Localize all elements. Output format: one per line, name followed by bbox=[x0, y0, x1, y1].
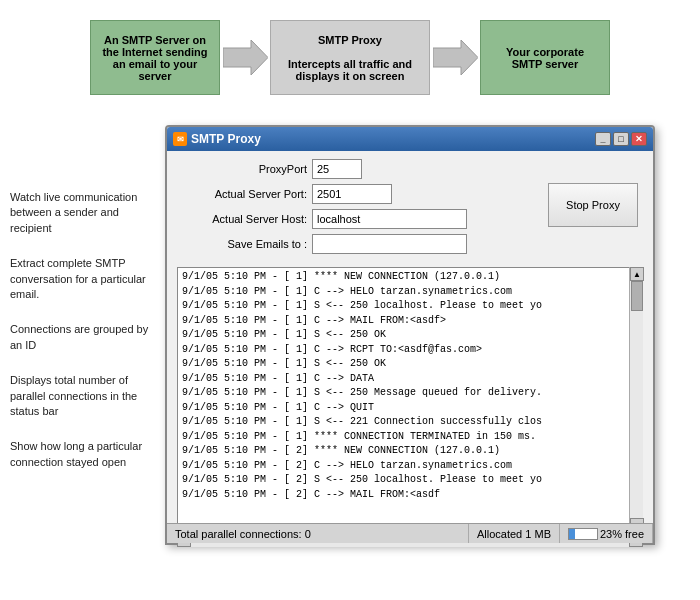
sidebar-item-4: Displays total number of parallel connec… bbox=[10, 373, 160, 419]
log-content: 9/1/05 5:10 PM - [ 1] **** NEW CONNECTIO… bbox=[178, 268, 546, 519]
diagram-box-2: SMTP Proxy Intercepts all traffic and di… bbox=[270, 20, 430, 95]
diagram-box-1: An SMTP Server on the Internet sending a… bbox=[90, 20, 220, 95]
actual-server-port-input[interactable] bbox=[312, 184, 392, 204]
log-line: 9/1/05 5:10 PM - [ 1] S <-- 250 localhos… bbox=[182, 299, 542, 314]
actual-server-host-input[interactable] bbox=[312, 209, 467, 229]
arrow-2 bbox=[430, 38, 480, 78]
sidebar: Watch live communication between a sende… bbox=[10, 190, 160, 490]
save-emails-label: Save Emails to : bbox=[177, 238, 307, 250]
maximize-button[interactable]: □ bbox=[613, 132, 629, 146]
title-bar: ✉ SMTP Proxy _ □ ✕ bbox=[167, 127, 653, 151]
log-container: 9/1/05 5:10 PM - [ 1] **** NEW CONNECTIO… bbox=[177, 267, 643, 532]
actual-server-host-label: Actual Server Host: bbox=[177, 213, 307, 225]
status-bar: Total parallel connections: 0 Allocated … bbox=[167, 523, 653, 543]
log-wrapper: 9/1/05 5:10 PM - [ 1] **** NEW CONNECTIO… bbox=[177, 267, 643, 532]
free-status: 23% free bbox=[560, 524, 653, 543]
stop-proxy-button[interactable]: Stop Proxy bbox=[548, 183, 638, 227]
log-line: 9/1/05 5:10 PM - [ 1] **** NEW CONNECTIO… bbox=[182, 270, 542, 285]
save-emails-row: Save Emails to : bbox=[177, 234, 643, 254]
actual-server-port-label: Actual Server Port: bbox=[177, 188, 307, 200]
close-button[interactable]: ✕ bbox=[631, 132, 647, 146]
log-line: 9/1/05 5:10 PM - [ 1] C --> DATA bbox=[182, 372, 542, 387]
progress-fill bbox=[569, 529, 575, 539]
progress-bar bbox=[568, 528, 598, 540]
svg-marker-1 bbox=[433, 40, 478, 75]
connections-status: Total parallel connections: 0 bbox=[167, 524, 469, 543]
proxy-port-label: ProxyPort bbox=[177, 163, 307, 175]
scroll-thumb[interactable] bbox=[631, 281, 643, 311]
log-line: 9/1/05 5:10 PM - [ 1] S <-- 250 OK bbox=[182, 328, 542, 343]
log-line: 9/1/05 5:10 PM - [ 1] C --> QUIT bbox=[182, 401, 542, 416]
log-line: 9/1/05 5:10 PM - [ 1] S <-- 250 OK bbox=[182, 357, 542, 372]
diagram-box-3: Your corporate SMTP server bbox=[480, 20, 610, 95]
sidebar-item-3: Connections are grouped by an ID bbox=[10, 322, 160, 353]
diagram-area: An SMTP Server on the Internet sending a… bbox=[0, 0, 700, 110]
sidebar-item-1: Watch live communication between a sende… bbox=[10, 190, 160, 236]
title-buttons: _ □ ✕ bbox=[595, 132, 647, 146]
window-title: SMTP Proxy bbox=[191, 132, 261, 146]
log-line: 9/1/05 5:10 PM - [ 1] C --> RCPT TO:<asd… bbox=[182, 343, 542, 358]
app-icon: ✉ bbox=[173, 132, 187, 146]
log-line: 9/1/05 5:10 PM - [ 2] C --> HELO tarzan.… bbox=[182, 459, 542, 474]
save-emails-input[interactable] bbox=[312, 234, 467, 254]
scroll-track bbox=[630, 281, 643, 518]
sidebar-item-2: Extract complete SMTP conversation for a… bbox=[10, 256, 160, 302]
log-scrollbar[interactable]: ▲ ▼ bbox=[629, 267, 643, 532]
form-area: ProxyPort Actual Server Port: Actual Ser… bbox=[167, 151, 653, 267]
proxy-port-input[interactable] bbox=[312, 159, 362, 179]
svg-marker-0 bbox=[223, 40, 268, 75]
log-line: 9/1/05 5:10 PM - [ 1] C --> MAIL FROM:<a… bbox=[182, 314, 542, 329]
proxy-port-row: ProxyPort bbox=[177, 159, 643, 179]
sidebar-item-5: Show how long a particular connection st… bbox=[10, 439, 160, 470]
minimize-button[interactable]: _ bbox=[595, 132, 611, 146]
log-line: 9/1/05 5:10 PM - [ 2] **** NEW CONNECTIO… bbox=[182, 444, 542, 459]
log-line: 9/1/05 5:10 PM - [ 2] S <-- 250 localhos… bbox=[182, 473, 542, 488]
log-line: 9/1/05 5:10 PM - [ 1] S <-- 250 Message … bbox=[182, 386, 542, 401]
arrow-1 bbox=[220, 38, 270, 78]
scroll-up-button[interactable]: ▲ bbox=[630, 267, 644, 281]
log-line: 9/1/05 5:10 PM - [ 1] **** CONNECTION TE… bbox=[182, 430, 542, 445]
memory-status: Allocated 1 MB bbox=[469, 524, 560, 543]
log-line: 9/1/05 5:10 PM - [ 1] S <-- 221 Connecti… bbox=[182, 415, 542, 430]
log-line: 9/1/05 5:10 PM - [ 2] C --> MAIL FROM:<a… bbox=[182, 488, 542, 503]
main-window: ✉ SMTP Proxy _ □ ✕ ProxyPort Actual Serv… bbox=[165, 125, 655, 545]
log-line: 9/1/05 5:10 PM - [ 1] C --> HELO tarzan.… bbox=[182, 285, 542, 300]
